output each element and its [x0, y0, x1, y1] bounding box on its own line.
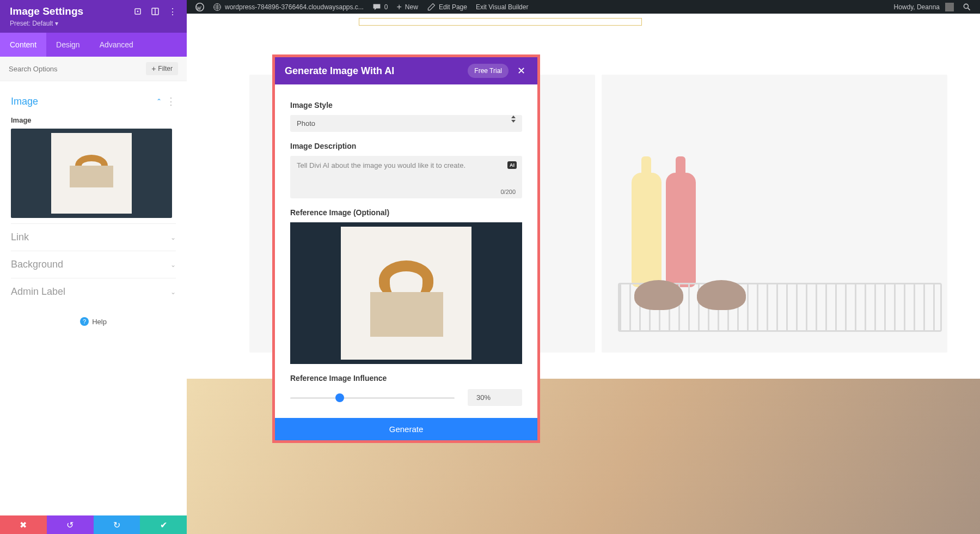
section-link[interactable]: Link⌄ [11, 223, 176, 251]
section-admin-label[interactable]: Admin Label⌄ [11, 278, 176, 305]
wp-exit-visual-builder[interactable]: Exit Visual Builder [471, 0, 533, 14]
panel-header: Image Settings ⋮ Preset: Default ▾ [0, 0, 187, 33]
tab-advanced[interactable]: Advanced [90, 33, 143, 57]
ketchup-bottle-graphic [666, 173, 696, 287]
close-icon[interactable]: ✕ [515, 65, 528, 77]
tab-design[interactable]: Design [46, 33, 90, 57]
save-button[interactable]: ✔ [140, 515, 187, 534]
wp-search-icon[interactable] [958, 0, 976, 14]
section-more-icon[interactable]: ⋮ [166, 95, 176, 107]
image-description-input[interactable]: Tell Divi AI about the image you would l… [290, 156, 522, 198]
wp-logo[interactable] [191, 0, 209, 14]
settings-panel: Image Settings ⋮ Preset: Default ▾ Conte… [0, 0, 187, 534]
wp-howdy[interactable]: Howdy, Deanna [890, 0, 959, 14]
influence-slider[interactable] [290, 392, 455, 403]
image-field-label: Image [11, 116, 176, 124]
settings-tabs: Content Design Advanced [0, 33, 187, 57]
avatar [945, 3, 954, 11]
undo-button[interactable]: ↺ [47, 515, 94, 534]
reference-image-preview[interactable] [290, 222, 522, 364]
tab-content[interactable]: Content [0, 33, 46, 57]
wp-new[interactable]: +New [393, 0, 422, 14]
chevron-down-icon: ⌄ [170, 288, 176, 296]
wp-admin-bar: wordpress-784896-3766464.cloudwaysapps.c… [187, 0, 980, 14]
svg-point-2 [964, 4, 968, 8]
image-preview[interactable] [11, 129, 172, 218]
redo-button[interactable]: ↻ [94, 515, 140, 534]
generate-ai-modal: Generate Image With AI Free Trial ✕ Imag… [272, 54, 540, 443]
wp-comments[interactable]: 0 [368, 0, 393, 14]
chevron-down-icon: ⌄ [170, 261, 176, 269]
char-count: 0/200 [500, 189, 516, 195]
chevron-up-icon: ⌃ [156, 98, 162, 105]
search-options-row: +Filter [0, 57, 187, 81]
image-description-placeholder: Tell Divi AI about the image you would l… [297, 161, 465, 169]
help-link[interactable]: ?Help [0, 307, 187, 336]
mustard-bottle-graphic [632, 173, 661, 287]
section-background[interactable]: Background⌄ [11, 251, 176, 278]
layout-icon[interactable] [151, 7, 160, 16]
panel-footer: ✖ ↺ ↻ ✔ [0, 515, 187, 534]
image-style-select[interactable]: Photo [290, 115, 522, 132]
help-icon: ? [80, 317, 89, 326]
modal-title: Generate Image With AI [285, 65, 468, 77]
discard-button[interactable]: ✖ [0, 515, 47, 534]
svg-point-4 [137, 11, 139, 13]
pretzel-graphic [634, 280, 683, 310]
chevron-down-icon: ⌄ [170, 234, 176, 241]
modal-header: Generate Image With AI Free Trial ✕ [275, 57, 537, 84]
section-image[interactable]: Image⌃⋮ [11, 88, 176, 115]
generate-button[interactable]: Generate [275, 418, 537, 440]
canvas-selection-outline [359, 18, 642, 26]
responsive-icon[interactable] [133, 7, 142, 16]
reference-influence-label: Reference Image Influence [290, 374, 522, 383]
filter-button[interactable]: +Filter [146, 62, 178, 75]
panel-title: Image Settings [10, 5, 128, 17]
search-options-input[interactable] [9, 65, 146, 73]
wp-site-name: wordpress-784896-3766464.cloudwaysapps.c… [225, 3, 364, 11]
free-trial-badge[interactable]: Free Trial [468, 64, 509, 78]
reference-image-label: Reference Image (Optional) [290, 208, 522, 217]
influence-value[interactable]: 30% [468, 389, 522, 406]
wp-site-link[interactable]: wordpress-784896-3766464.cloudwaysapps.c… [209, 0, 368, 14]
preset-label[interactable]: Preset: Default ▾ [10, 20, 177, 27]
more-icon[interactable]: ⋮ [168, 7, 177, 16]
pretzel-graphic [697, 280, 746, 310]
canvas-image-right [602, 75, 947, 353]
image-description-label: Image Description [290, 142, 522, 150]
image-style-label: Image Style [290, 101, 522, 110]
ai-badge-icon[interactable]: AI [507, 161, 517, 169]
wp-edit-page[interactable]: Edit Page [422, 0, 471, 14]
